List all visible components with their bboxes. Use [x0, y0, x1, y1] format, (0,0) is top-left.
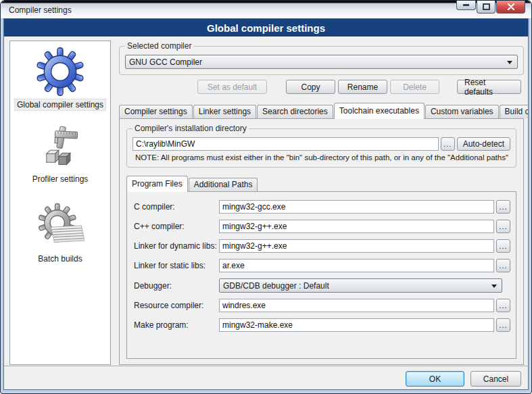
blue-gear-icon	[35, 47, 85, 97]
titlebar[interactable]: Compiler settings	[1, 1, 531, 18]
field-label: Resource compiler:	[134, 301, 219, 310]
installation-directory-group: Compiler's installation directory ... Au…	[126, 128, 516, 168]
table-row: Resource compiler: ...	[134, 299, 510, 312]
program-files-panel: C compiler: ... C++ compiler: ... Linker…	[126, 191, 516, 359]
caliper-icon	[37, 125, 83, 171]
rename-button[interactable]: Rename	[338, 80, 387, 94]
grey-gear-icon	[36, 202, 84, 251]
cpp-compiler-browse-button[interactable]: ...	[496, 220, 510, 233]
delete-button[interactable]: Delete	[390, 80, 439, 94]
installation-note: NOTE: All programs must exist either in …	[135, 153, 509, 162]
tab-toolchain-executables[interactable]: Toolchain executables	[334, 103, 425, 119]
tab-custom-variables[interactable]: Custom variables	[425, 105, 499, 118]
resource-compiler-browse-button[interactable]: ...	[496, 299, 510, 312]
installation-directory-group-label: Compiler's installation directory	[132, 124, 249, 133]
compiler-select[interactable]: GNU GCC Compiler	[125, 55, 518, 69]
tab-search-directories[interactable]: Search directories	[257, 105, 333, 118]
tab-compiler-settings[interactable]: Compiler settings	[119, 105, 193, 118]
field-label: C compiler:	[134, 202, 219, 212]
toolchain-executables-page: Compiler's installation directory ... Au…	[119, 118, 524, 365]
make-program-browse-button[interactable]: ...	[496, 318, 510, 332]
compiler-actions-row: Set as default Copy Rename Delete Reset …	[119, 80, 521, 94]
selected-compiler-group-label: Selected compiler	[125, 41, 193, 51]
table-row: C++ compiler: ...	[134, 220, 510, 233]
compiler-settings-dialog: Compiler settings Global compiler settin…	[0, 0, 532, 394]
maximize-icon	[482, 3, 491, 11]
tab-build-options[interactable]: Build options	[500, 105, 529, 118]
sidebar-item-label: Batch builds	[36, 253, 84, 264]
auto-detect-button[interactable]: Auto-detect	[457, 137, 510, 151]
dialog-client-area: Global compiler settings	[3, 18, 529, 390]
installation-directory-row: ... Auto-detect	[132, 137, 510, 151]
main-panel: Selected compiler GNU GCC Compiler Set a…	[116, 41, 525, 365]
sidebar-item-global-compiler-settings[interactable]: Global compiler settings	[15, 47, 105, 110]
table-row: Linker for static libs: ...	[134, 259, 510, 272]
minimize-icon	[462, 4, 470, 7]
ok-button[interactable]: OK	[406, 371, 464, 387]
maximize-button[interactable]	[477, 1, 495, 14]
cancel-button[interactable]: Cancel	[470, 371, 521, 387]
dialog-footer: OK Cancel	[4, 366, 528, 390]
sidebar-item-label: Profiler settings	[30, 174, 91, 184]
field-label: Debugger:	[134, 281, 219, 291]
static-linker-browse-button[interactable]: ...	[496, 259, 510, 272]
page-title: Global compiler settings	[4, 19, 528, 36]
field-label: C++ compiler:	[134, 222, 219, 231]
compiler-select-value: GNU GCC Compiler	[129, 57, 202, 67]
sidebar-item-batch-builds[interactable]: Batch builds	[36, 202, 84, 264]
debugger-select-value: GDB/CDB debugger : Default	[223, 281, 329, 291]
selected-compiler-group: Selected compiler GNU GCC Compiler	[119, 46, 524, 75]
resource-compiler-input[interactable]	[219, 299, 494, 312]
installation-directory-input[interactable]	[132, 137, 439, 151]
field-label: Linker for static libs:	[134, 261, 219, 270]
chevron-down-icon	[507, 61, 512, 64]
tab-linker-settings[interactable]: Linker settings	[193, 105, 256, 118]
window-title: Compiler settings	[9, 5, 72, 15]
make-program-input[interactable]	[219, 318, 494, 332]
reset-defaults-button[interactable]: Reset defaults	[457, 80, 521, 94]
subtab-additional-paths[interactable]: Additional Paths	[189, 178, 258, 191]
field-label: Make program:	[134, 320, 219, 330]
dynamic-linker-browse-button[interactable]: ...	[496, 239, 510, 253]
copy-button[interactable]: Copy	[286, 80, 335, 94]
close-button[interactable]	[496, 1, 525, 14]
toolchain-subtabs: Program Files Additional Paths	[126, 176, 518, 191]
debugger-select[interactable]: GDB/CDB debugger : Default	[219, 278, 502, 293]
field-label: Linker for dynamic libs:	[134, 241, 219, 251]
dialog-body: Global compiler settings	[4, 36, 528, 365]
table-row: Debugger: GDB/CDB debugger : Default	[134, 278, 510, 293]
set-as-default-button[interactable]: Set as default	[197, 80, 267, 94]
c-compiler-browse-button[interactable]: ...	[496, 200, 510, 214]
table-row: Make program: ...	[134, 318, 510, 332]
sidebar-item-label: Global compiler settings	[15, 99, 105, 110]
dynamic-linker-input[interactable]	[219, 239, 494, 253]
caption-buttons	[456, 1, 525, 14]
c-compiler-input[interactable]	[219, 200, 494, 214]
minimize-button[interactable]	[456, 1, 476, 10]
settings-category-list: Global compiler settings	[9, 41, 111, 365]
table-row: Linker for dynamic libs: ...	[134, 239, 510, 253]
settings-tabstrip: Compiler settings Linker settings Search…	[119, 102, 524, 118]
static-linker-input[interactable]	[219, 259, 494, 272]
chevron-down-icon	[491, 285, 497, 288]
subtab-program-files[interactable]: Program Files	[126, 176, 188, 192]
close-icon	[507, 3, 515, 10]
table-row: C compiler: ...	[134, 200, 510, 214]
sidebar-item-profiler-settings[interactable]: Profiler settings	[30, 125, 91, 184]
installation-directory-browse-button[interactable]: ...	[441, 137, 455, 151]
cpp-compiler-input[interactable]	[219, 220, 494, 233]
